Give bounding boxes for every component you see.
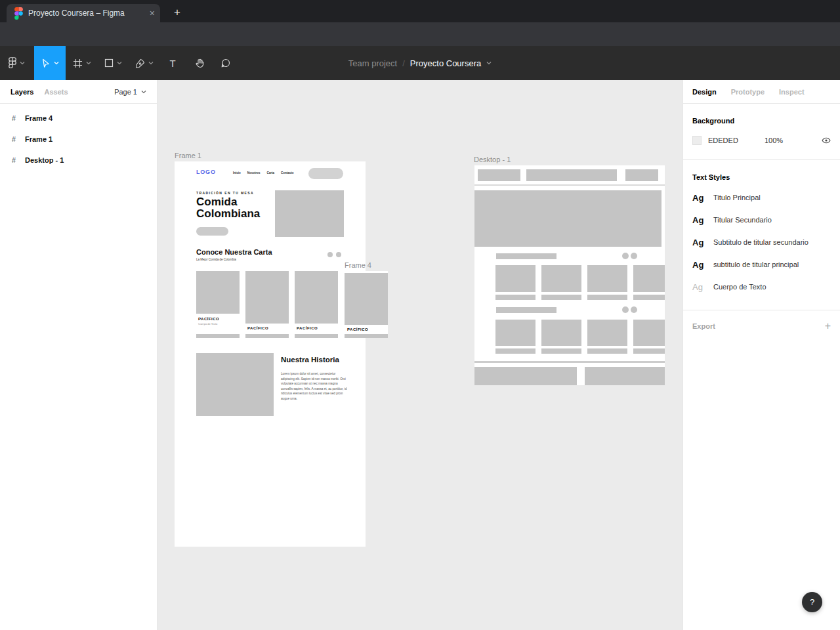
text-style-item[interactable]: Ag subtitulo de titular principal bbox=[692, 253, 831, 276]
wireframe-heading-placeholder bbox=[496, 253, 556, 259]
shape-tool[interactable] bbox=[98, 46, 127, 80]
layers-panel: Layers Assets Page 1 # Frame 4 # Frame 1… bbox=[0, 80, 158, 630]
desktop1-label[interactable]: Desktop - 1 bbox=[474, 156, 511, 163]
design-panel-tabs: Design Prototype Inspect bbox=[683, 80, 840, 104]
wireframe-bar-placeholder bbox=[541, 295, 581, 300]
style-sample: Ag bbox=[692, 260, 704, 270]
frame4[interactable]: PACÍFICO bbox=[345, 271, 388, 338]
wireframe-logo-placeholder bbox=[478, 169, 520, 181]
frame4-label[interactable]: Frame 4 bbox=[345, 261, 371, 269]
tab-close-icon[interactable]: × bbox=[150, 9, 155, 18]
comment-bubble-icon bbox=[220, 58, 231, 68]
figma-logo-icon bbox=[9, 57, 16, 69]
menu-heading: Conoce Nuestra Carta bbox=[196, 248, 272, 256]
layers-list: # Frame 4 # Frame 1 # Desktop - 1 bbox=[0, 104, 157, 171]
chevron-down-icon bbox=[20, 61, 25, 65]
pen-tool[interactable] bbox=[129, 46, 160, 80]
plus-icon[interactable]: + bbox=[825, 320, 831, 332]
card-bar-placeholder bbox=[345, 334, 388, 338]
layer-item-frame-4[interactable]: # Frame 4 bbox=[0, 108, 157, 129]
background-title: Background bbox=[692, 117, 831, 125]
carousel-dot bbox=[631, 306, 637, 313]
tab-title: Proyecto Coursera – Figma bbox=[28, 9, 144, 18]
hand-tool[interactable] bbox=[189, 46, 211, 80]
carousel-dot bbox=[622, 253, 629, 259]
layer-item-desktop-1[interactable]: # Desktop - 1 bbox=[0, 150, 157, 171]
chevron-down-icon[interactable] bbox=[117, 61, 122, 65]
style-name: subtitulo de titular principal bbox=[713, 261, 799, 268]
design-panel: Design Prototype Inspect Background EDED… bbox=[682, 80, 840, 630]
tab-assets[interactable]: Assets bbox=[44, 88, 68, 96]
site-logo: LOGO bbox=[196, 169, 216, 175]
frame-tool[interactable] bbox=[67, 46, 97, 80]
wireframe-footer-placeholder bbox=[474, 367, 577, 385]
style-name: Titular Secundario bbox=[713, 216, 772, 224]
desktop1-wireframe[interactable] bbox=[474, 165, 665, 385]
export-section: Export + bbox=[683, 310, 840, 342]
chevron-down-icon[interactable] bbox=[148, 61, 154, 65]
hero-button-placeholder bbox=[196, 227, 228, 236]
history-image-placeholder bbox=[196, 353, 274, 416]
card-image-placeholder bbox=[196, 271, 240, 314]
frame1[interactable]: LOGO Inicio Nosotros Carta Contacto TRAD… bbox=[175, 161, 366, 547]
site-nav: Inicio Nosotros Carta Contacto bbox=[233, 171, 294, 175]
site-header-button-placeholder bbox=[308, 168, 343, 179]
card-bar-placeholder bbox=[245, 334, 289, 338]
tab-layers[interactable]: Layers bbox=[10, 88, 33, 96]
wireframe-card-placeholder bbox=[633, 320, 665, 346]
card-image-placeholder bbox=[245, 271, 289, 324]
figma-toolbar: T Team project / Proyecto Coursera K bbox=[0, 46, 840, 80]
history-heading: Nuestra Historia bbox=[281, 356, 339, 364]
layer-name: Frame 4 bbox=[25, 114, 52, 122]
browser-tab[interactable]: Proyecto Coursera – Figma × bbox=[7, 4, 160, 22]
chevron-down-icon[interactable] bbox=[486, 61, 492, 65]
carousel-dot bbox=[622, 306, 629, 313]
text-style-item[interactable]: Ag Titular Secundario bbox=[692, 209, 831, 231]
tab-design[interactable]: Design bbox=[692, 88, 717, 96]
frame-icon: # bbox=[10, 156, 17, 164]
style-sample: Ag bbox=[692, 238, 704, 247]
wireframe-divider bbox=[474, 361, 665, 363]
frame-icon bbox=[73, 58, 83, 68]
chevron-down-icon[interactable] bbox=[86, 61, 91, 65]
wireframe-bar-placeholder bbox=[633, 348, 665, 354]
style-sample: Ag bbox=[692, 193, 704, 203]
text-styles-list: Ag Titulo Principal Ag Titular Secundari… bbox=[692, 186, 831, 298]
tab-inspect[interactable]: Inspect bbox=[779, 88, 805, 96]
help-button[interactable]: ? bbox=[802, 592, 822, 612]
text-styles-section: Text Styles Ag Titulo Principal Ag Titul… bbox=[683, 160, 840, 310]
text-style-item[interactable]: Ag Titulo Principal bbox=[692, 186, 831, 209]
move-cursor-icon bbox=[41, 58, 51, 68]
comment-tool[interactable] bbox=[215, 46, 237, 80]
eye-icon[interactable] bbox=[822, 137, 831, 144]
color-swatch[interactable] bbox=[692, 136, 702, 145]
chevron-down-icon[interactable] bbox=[54, 61, 59, 65]
carousel-dot bbox=[336, 252, 341, 257]
wireframe-button-placeholder bbox=[625, 169, 658, 181]
layer-item-frame-1[interactable]: # Frame 1 bbox=[0, 129, 157, 150]
carousel-dot bbox=[327, 252, 333, 257]
canvas[interactable]: Frame 1 LOGO Inicio Nosotros Carta Conta… bbox=[158, 80, 682, 630]
main-menu-button[interactable] bbox=[0, 46, 33, 80]
card-label: PACÍFICO bbox=[347, 327, 368, 331]
text-tool[interactable]: T bbox=[163, 46, 182, 80]
wireframe-card-placeholder bbox=[541, 320, 581, 346]
style-sample: Ag bbox=[692, 215, 704, 225]
wireframe-card-placeholder bbox=[495, 265, 536, 292]
tab-prototype[interactable]: Prototype bbox=[731, 88, 765, 96]
new-tab-button[interactable]: + bbox=[169, 5, 185, 20]
wireframe-divider bbox=[474, 184, 665, 186]
background-row: EDEDED 100% bbox=[692, 136, 831, 145]
card-image-placeholder bbox=[345, 273, 388, 325]
move-tool-selected[interactable] bbox=[34, 46, 66, 80]
browser-tab-strip: Proyecto Coursera – Figma × + bbox=[0, 0, 840, 22]
frame1-label[interactable]: Frame 1 bbox=[175, 152, 201, 159]
layers-panel-header: Layers Assets Page 1 bbox=[0, 80, 157, 104]
breadcrumb-file-name[interactable]: Proyecto Coursera bbox=[410, 58, 481, 68]
page-selector[interactable]: Page 1 bbox=[114, 88, 146, 96]
text-style-item[interactable]: Ag Subtitulo de titular secundario bbox=[692, 231, 831, 253]
background-opacity[interactable]: 100% bbox=[765, 136, 783, 144]
background-hex[interactable]: EDEDED bbox=[708, 136, 749, 144]
text-style-item[interactable]: Ag Cuerpo de Texto bbox=[692, 276, 831, 298]
breadcrumb-project[interactable]: Team project bbox=[348, 58, 397, 68]
